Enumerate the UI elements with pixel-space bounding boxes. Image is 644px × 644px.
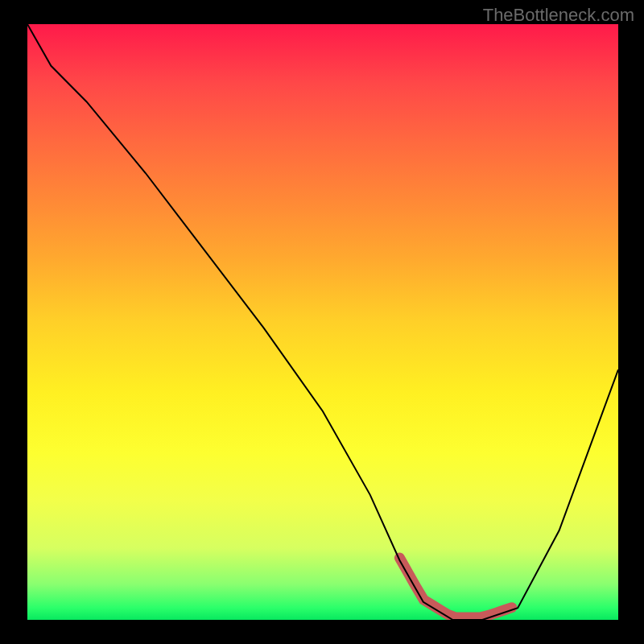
plot-area bbox=[27, 24, 618, 620]
bottleneck-curve bbox=[27, 24, 618, 620]
watermark-text: TheBottleneck.com bbox=[483, 5, 634, 26]
chart-container: TheBottleneck.com bbox=[0, 0, 644, 644]
curve-svg bbox=[27, 24, 618, 620]
valley-highlight bbox=[399, 558, 512, 617]
